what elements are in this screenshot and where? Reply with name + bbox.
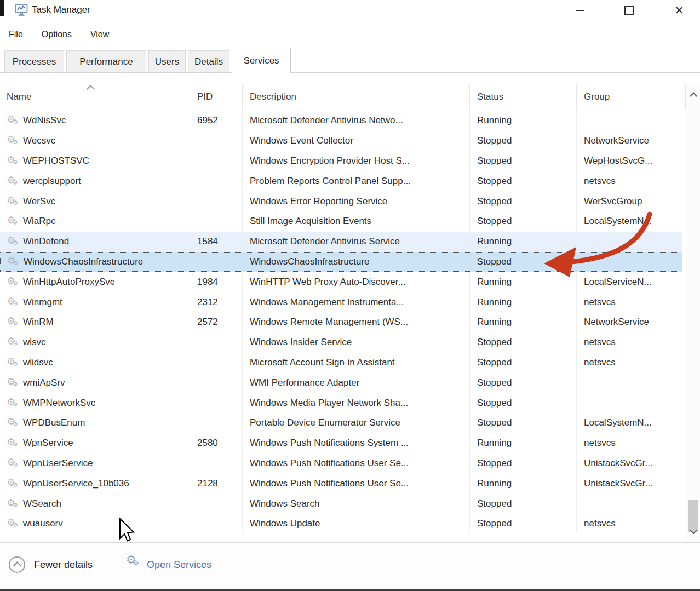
- scroll-down-button[interactable]: [686, 523, 700, 541]
- scroll-up-button[interactable]: [686, 86, 700, 105]
- fewer-details-label[interactable]: Fewer details: [34, 559, 93, 571]
- column-header-label: Name: [7, 91, 31, 102]
- service-row-WinHttpAutoProxySvc[interactable]: ⚙⚙WinHttpAutoProxySvc1984WinHTTP Web Pro…: [0, 272, 682, 292]
- menu-item-view[interactable]: View: [89, 27, 110, 42]
- service-name: WpnService: [23, 438, 73, 449]
- close-icon: ✕: [674, 5, 684, 16]
- cell-name: ⚙⚙WindowsChaosInfrastructure: [1, 256, 190, 268]
- window-title: Task Manager: [32, 4, 90, 15]
- cell-group: netsvcs: [577, 357, 682, 368]
- service-gear-icon: ⚙⚙: [7, 437, 20, 449]
- service-row-WpnUserService_10b036[interactable]: ⚙⚙WpnUserService_10b0362128Windows Push …: [0, 473, 682, 494]
- column-header-label: PID: [197, 91, 213, 102]
- column-header-name[interactable]: Name: [0, 84, 190, 110]
- service-name: wlidsvc: [23, 357, 53, 368]
- cell-description: Windows Push Notifications System ...: [243, 438, 470, 449]
- cell-name: ⚙⚙WinHttpAutoProxySvc: [0, 276, 190, 288]
- service-gear-icon: ⚙⚙: [7, 155, 20, 167]
- tab-details[interactable]: Details: [188, 50, 229, 72]
- cell-group: netsvcs: [577, 297, 682, 308]
- cell-pid: 2572: [190, 317, 243, 328]
- service-row-WinRM[interactable]: ⚙⚙WinRM2572Windows Remote Management (WS…: [0, 312, 682, 332]
- service-gear-icon: ⚙⚙: [7, 377, 20, 389]
- service-row-Winmgmt[interactable]: ⚙⚙Winmgmt2312Windows Management Instrume…: [0, 292, 682, 312]
- cell-status: Stopped: [470, 458, 577, 469]
- cell-description: Windows Push Notifications User Se...: [243, 478, 470, 489]
- cell-group: UnistackSvcGr...: [577, 458, 682, 469]
- service-row-WinDefend[interactable]: ⚙⚙WinDefend1584Microsoft Defender Antivi…: [0, 232, 682, 252]
- chevron-up-icon: [689, 92, 697, 100]
- service-row-wercplsupport[interactable]: ⚙⚙wercplsupportProblem Reports Control P…: [0, 171, 682, 191]
- tab-services[interactable]: Services: [232, 48, 291, 73]
- service-row-wlidsvc[interactable]: ⚙⚙wlidsvcMicrosoft Account Sign-in Assis…: [0, 353, 682, 373]
- minimize-button[interactable]: [567, 0, 593, 21]
- service-name: WinHttpAutoProxySvc: [23, 277, 114, 288]
- service-row-WPDBusEnum[interactable]: ⚙⚙WPDBusEnumPortable Device Enumerator S…: [0, 413, 682, 433]
- service-row-WiaRpc[interactable]: ⚙⚙WiaRpcStill Image Acquisition EventsSt…: [0, 211, 682, 232]
- cell-name: ⚙⚙WPDBusEnum: [0, 417, 190, 429]
- cell-status: Running: [470, 115, 577, 126]
- service-row-WMPNetworkSvc[interactable]: ⚙⚙WMPNetworkSvcWindows Media Player Netw…: [0, 393, 682, 413]
- cell-status: Running: [470, 277, 577, 288]
- cell-description: WMI Performance Adapter: [243, 377, 470, 388]
- tab-performance[interactable]: Performance: [66, 50, 146, 72]
- maximize-button[interactable]: [616, 0, 641, 21]
- cell-pid: 2580: [190, 438, 243, 449]
- fewer-details-button[interactable]: [9, 556, 25, 573]
- service-name: WinDefend: [23, 236, 69, 247]
- close-button[interactable]: ✕: [667, 0, 692, 21]
- service-name: WpnUserService_10b036: [23, 478, 129, 489]
- menu-item-options[interactable]: Options: [41, 27, 73, 42]
- cell-name: ⚙⚙wuauserv: [0, 518, 190, 530]
- service-gear-icon: ⚙⚙: [7, 135, 20, 147]
- service-gear-icon: ⚙⚙: [7, 316, 20, 328]
- cell-description: Windows Update: [243, 518, 470, 529]
- service-row-WdNisSvc[interactable]: ⚙⚙WdNisSvc6952Microsoft Defender Antivir…: [0, 111, 682, 131]
- tab-processes[interactable]: Processes: [4, 50, 64, 72]
- cell-name: ⚙⚙WpnUserService_10b036: [0, 478, 190, 490]
- cell-name: ⚙⚙WinRM: [0, 316, 190, 328]
- service-row-WerSvc[interactable]: ⚙⚙WerSvcWindows Error Reporting ServiceS…: [0, 191, 682, 211]
- cell-pid: 2312: [190, 297, 243, 308]
- column-header-description[interactable]: Description: [243, 84, 470, 110]
- vertical-scrollbar[interactable]: [686, 84, 700, 542]
- cell-status: Stopped: [470, 156, 577, 167]
- service-name: WEPHOSTSVC: [23, 156, 89, 167]
- column-header-status[interactable]: Status: [470, 84, 577, 110]
- table-rows: ⚙⚙WdNisSvc6952Microsoft Defender Antivir…: [0, 111, 682, 534]
- cell-description: Windows Error Reporting Service: [243, 196, 470, 207]
- column-header-group[interactable]: Group: [577, 84, 686, 110]
- service-row-wisvc[interactable]: ⚙⚙wisvcWindows Insider ServiceStoppednet…: [0, 332, 682, 353]
- service-row-WSearch[interactable]: ⚙⚙WSearchWindows SearchStopped: [0, 494, 682, 514]
- menu-bar: FileOptionsView: [0, 22, 700, 47]
- service-gear-icon: ⚙⚙: [7, 196, 20, 208]
- cell-name: ⚙⚙WerSvc: [0, 196, 190, 208]
- service-row-WindowsChaosInfrastructure[interactable]: ⚙⚙WindowsChaosInfrastructureWindowsChaos…: [0, 252, 682, 272]
- open-services-link[interactable]: Open Services: [147, 559, 211, 571]
- cell-description: Windows Encryption Provider Host S...: [243, 156, 470, 167]
- service-gear-icon: ⚙⚙: [7, 498, 20, 510]
- cell-group: netsvcs: [577, 176, 682, 187]
- column-header-label: Status: [477, 91, 503, 102]
- service-gear-icon: ⚙⚙: [7, 175, 20, 187]
- cell-description: Microsoft Defender Antivirus Netwo...: [243, 115, 470, 126]
- service-row-wuauserv[interactable]: ⚙⚙wuauservWindows UpdateStoppednetsvcs: [0, 514, 682, 534]
- menu-item-file[interactable]: File: [8, 27, 24, 42]
- service-row-WpnUserService[interactable]: ⚙⚙WpnUserServiceWindows Push Notificatio…: [0, 454, 682, 474]
- tab-users[interactable]: Users: [148, 50, 186, 72]
- service-row-Wecsvc[interactable]: ⚙⚙WecsvcWindows Event CollectorStoppedNe…: [0, 131, 682, 151]
- cell-description: Windows Remote Management (WS...: [243, 317, 470, 328]
- column-header-pid[interactable]: PID: [190, 84, 243, 110]
- cell-status: Stopped: [470, 337, 577, 348]
- footer-divider: [116, 555, 116, 575]
- cell-pid: 6952: [190, 115, 243, 126]
- service-row-WEPHOSTSVC[interactable]: ⚙⚙WEPHOSTSVCWindows Encryption Provider …: [0, 151, 682, 171]
- service-row-wmiApSrv[interactable]: ⚙⚙wmiApSrvWMI Performance AdapterStopped: [0, 372, 682, 393]
- cell-description: Problem Reports Control Panel Supp...: [243, 176, 470, 187]
- service-name: WerSvc: [23, 196, 55, 207]
- cell-status: Stopped: [470, 357, 577, 368]
- service-row-WpnService[interactable]: ⚙⚙WpnService2580Windows Push Notificatio…: [0, 433, 682, 454]
- cell-name: ⚙⚙wercplsupport: [0, 175, 190, 187]
- cell-description: Microsoft Account Sign-in Assistant: [243, 357, 470, 368]
- cell-group: UnistackSvcGr...: [577, 478, 682, 489]
